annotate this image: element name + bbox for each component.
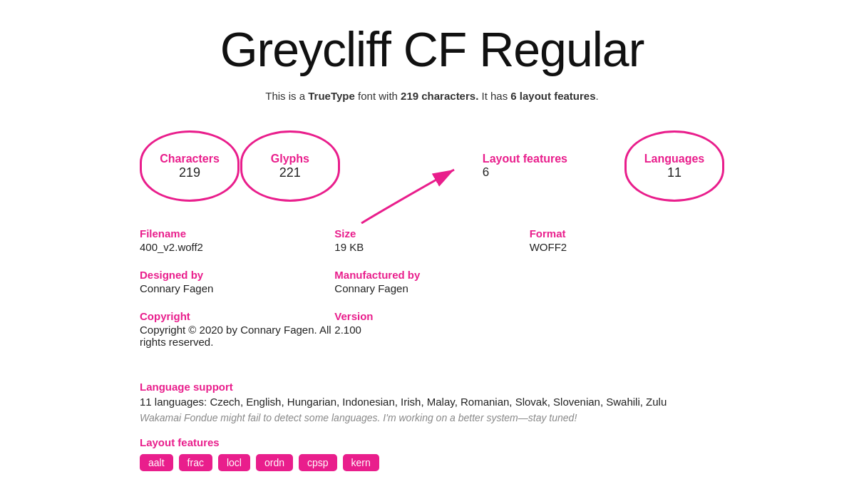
feature-tag: frac <box>179 454 212 471</box>
layout-features-section: Layout features aaltfracloclordncpspkern <box>140 436 724 471</box>
layout-features-section-label: Layout features <box>140 436 724 448</box>
subtitle-end: . <box>596 90 599 102</box>
subtitle-mid2: It has <box>478 90 510 102</box>
feature-tag: aalt <box>140 454 173 471</box>
glyphs-stat: Glyphs 221 <box>240 130 340 202</box>
feature-tags: aaltfracloclordncpspkern <box>140 454 724 471</box>
manufactured-by-value: Connary Fagen <box>334 282 529 294</box>
copyright-item: Copyright Copyright © 2020 by Connary Fa… <box>140 310 334 348</box>
subtitle-bold2: 219 characters. <box>401 90 478 102</box>
designed-by-label: Designed by <box>140 269 334 281</box>
empty-item-2 <box>530 310 724 348</box>
languages-stat: Languages 11 <box>624 130 724 202</box>
feature-tag: ordn <box>256 454 293 471</box>
subtitle-mid: font with <box>355 90 401 102</box>
arrow-icon <box>340 159 468 230</box>
version-item: Version 2.100 <box>334 310 529 348</box>
empty-item-1 <box>530 269 724 294</box>
subtitle-pre: This is a <box>265 90 308 102</box>
filename-label: Filename <box>140 227 334 240</box>
subtitle: This is a TrueType font with 219 charact… <box>140 90 724 102</box>
top-stats-row: Characters 219 Glyphs 221 Layout featur <box>140 130 724 202</box>
characters-label: Characters <box>160 153 220 165</box>
filename-item: Filename 400_v2.woff2 <box>140 227 334 253</box>
glyphs-value: 221 <box>279 165 301 180</box>
characters-value: 219 <box>179 165 200 180</box>
feature-tag: cpsp <box>299 454 337 471</box>
filename-value: 400_v2.woff2 <box>140 241 334 253</box>
language-support-text: 11 languages: Czech, English, Hungarian,… <box>140 396 724 408</box>
size-value: 19 KB <box>334 241 529 253</box>
designed-by-value: Connary Fagen <box>140 282 334 294</box>
manufactured-by-label: Manufactured by <box>334 269 529 281</box>
copyright-label: Copyright <box>140 310 334 322</box>
font-title: Greycliff CF Regular <box>140 21 724 77</box>
characters-stat: Characters 219 <box>140 130 240 202</box>
layout-features-stat: Layout features 6 <box>483 153 567 180</box>
format-item: Format WOFF2 <box>530 227 724 253</box>
glyphs-label: Glyphs <box>271 153 309 165</box>
copyright-value: Copyright © 2020 by Connary Fagen. All r… <box>140 324 334 348</box>
format-label: Format <box>530 227 724 240</box>
language-support-note: Wakamai Fondue might fail to detect some… <box>140 412 724 423</box>
version-label: Version <box>334 310 529 322</box>
manufactured-by-item: Manufactured by Connary Fagen <box>334 269 529 294</box>
subtitle-bold1: TrueType <box>308 90 355 102</box>
layout-features-stat-label: Layout features <box>483 153 567 165</box>
feature-tag: kern <box>343 454 379 471</box>
format-value: WOFF2 <box>530 241 724 253</box>
size-item: Size 19 KB <box>334 227 529 253</box>
designed-by-item: Designed by Connary Fagen <box>140 269 334 294</box>
language-support-section: Language support 11 languages: Czech, En… <box>140 381 724 423</box>
languages-value: 11 <box>667 165 682 180</box>
languages-label: Languages <box>644 153 704 165</box>
language-support-label: Language support <box>140 381 724 393</box>
layout-features-stat-value: 6 <box>483 165 567 180</box>
subtitle-bold3: 6 layout features <box>510 90 595 102</box>
version-value: 2.100 <box>334 324 529 336</box>
feature-tag: locl <box>218 454 250 471</box>
info-grid: Filename 400_v2.woff2 Size 19 KB Format … <box>140 227 724 364</box>
